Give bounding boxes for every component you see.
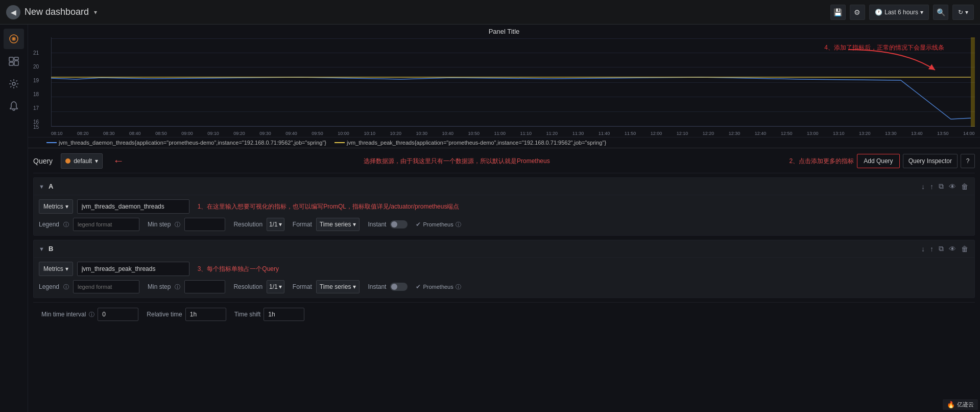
add-query-annotation: 2、点击添加更多的指标 <box>790 157 854 166</box>
svg-rect-4 <box>14 57 18 60</box>
hide-icon[interactable]: 👁 <box>948 181 957 192</box>
prometheus-label-b: Prometheus <box>423 284 453 290</box>
relative-time-field: Relative time <box>147 308 226 321</box>
legend-label-b: Legend <box>39 283 59 290</box>
topbar-right: 💾 ⚙ 🕐 Last 6 hours ▾ 🔍 ↻ ▾ <box>830 5 974 20</box>
instant-label-a: Instant <box>368 221 386 228</box>
min-time-interval-label: Min time interval <box>41 311 86 318</box>
metrics-dropdown-b[interactable]: Metrics ▾ <box>39 262 73 276</box>
topbar-left: ◀ New dashboard ▾ <box>6 5 97 19</box>
collapse-btn-b[interactable]: ▼ <box>39 246 44 252</box>
prometheus-badge-b: ✔ Prometheus ⓘ <box>416 283 461 291</box>
legend-label-peak: jvm_threads_peak_threads{application="pr… <box>347 140 606 146</box>
prometheus-label-a: Prometheus <box>423 221 453 227</box>
legend-input-a[interactable] <box>73 218 139 231</box>
metric-input-b[interactable] <box>77 262 189 276</box>
legend-input-b[interactable] <box>73 280 139 293</box>
delete-icon-b[interactable]: 🗑 <box>960 244 969 254</box>
prometheus-badge-a: ✔ Prometheus ⓘ <box>416 221 461 228</box>
sidebar-item-alerts[interactable] <box>4 96 24 117</box>
query-a-body: Metrics ▾ 1、在这里输入想要可视化的指标，也可以编写PromQL，指标… <box>34 195 974 235</box>
help-button[interactable]: ? <box>961 154 975 168</box>
watermark: 🔥 亿迹云 <box>943 399 978 410</box>
y-label-21: 21 <box>33 50 39 56</box>
query-header: Query default ▾ ← 选择数据源，由于我这里只有一个数据源，所以默… <box>33 148 975 173</box>
query-inspector-button[interactable]: Query Inspector <box>903 154 958 168</box>
time-shift-input[interactable] <box>264 308 304 321</box>
legend-info-icon-a[interactable]: ⓘ <box>63 221 69 228</box>
copy-icon-b[interactable]: ⧉ <box>938 243 945 254</box>
metrics-label-a: Metrics <box>43 203 63 210</box>
y-label-19: 19 <box>33 78 39 83</box>
sidebar-item-settings[interactable] <box>4 74 24 94</box>
move-up-icon[interactable]: ↑ <box>929 181 935 192</box>
query-id-a: A <box>49 182 53 190</box>
query-block-a: ▼ A ↓ ↑ ⧉ 👁 🗑 Metrics ▾ <box>33 177 975 236</box>
query-section: Query default ▾ ← 选择数据源，由于我这里只有一个数据源，所以默… <box>28 148 980 412</box>
chart-svg <box>51 37 971 127</box>
sidebar-item-dashboard[interactable] <box>4 51 24 72</box>
move-up-icon-b[interactable]: ↑ <box>929 244 935 254</box>
query-label: Query <box>33 157 53 165</box>
settings-button[interactable]: ⚙ <box>850 5 865 20</box>
time-shift-label: Time shift <box>234 311 261 318</box>
chart-container: 21 20 19 18 17 16 15 <box>33 37 975 137</box>
metric-annotation-b: 3、每个指标单独占一个Query <box>198 265 279 273</box>
dashboard-title: New dashboard <box>25 7 89 17</box>
time-range-label: Last 6 hours <box>885 9 918 16</box>
metric-input-a[interactable] <box>77 199 189 214</box>
datasource-selector[interactable]: default ▾ <box>61 153 103 169</box>
delete-icon-a[interactable]: 🗑 <box>960 181 969 192</box>
watermark-icon: 🔥 <box>947 401 955 408</box>
format-select-a[interactable]: Time series ▾ <box>316 218 360 231</box>
refresh-button[interactable]: ↻ ▾ <box>952 5 974 20</box>
sidebar-item-datasources[interactable] <box>4 29 24 49</box>
min-step-info-icon-b[interactable]: ⓘ <box>175 283 180 291</box>
instant-toggle-b[interactable] <box>390 283 408 291</box>
datasource-dot <box>65 158 70 164</box>
resolution-select-a[interactable]: 1/1 ▾ <box>267 218 284 231</box>
metrics-dropdown-a[interactable]: Metrics ▾ <box>39 199 73 214</box>
min-step-input-a[interactable] <box>184 218 225 231</box>
hide-icon-b[interactable]: 👁 <box>948 244 957 254</box>
svg-point-2 <box>13 38 15 40</box>
move-down-icon[interactable]: ↓ <box>920 181 926 192</box>
metrics-arrow-a: ▾ <box>65 203 68 210</box>
copy-icon[interactable]: ⧉ <box>938 181 945 192</box>
min-time-interval-info-icon[interactable]: ⓘ <box>89 311 94 318</box>
resolution-select-b[interactable]: 1/1 ▾ <box>267 280 284 293</box>
instant-toggle-a[interactable] <box>390 220 408 228</box>
prometheus-info-icon-b[interactable]: ⓘ <box>456 283 461 291</box>
y-label-20: 20 <box>33 64 39 70</box>
query-header-right: 2、点击添加更多的指标 Add Query Query Inspector ? <box>790 154 975 168</box>
save-button[interactable]: 💾 <box>830 5 846 20</box>
dashboard-dropdown-arrow[interactable]: ▾ <box>94 9 97 16</box>
prometheus-info-icon-a[interactable]: ⓘ <box>456 221 461 228</box>
query-block-b: ▼ B ↓ ↑ ⧉ 👁 🗑 Metrics ▾ <box>33 240 975 298</box>
format-select-b[interactable]: Time series ▾ <box>316 280 360 293</box>
collapse-btn-a[interactable]: ▼ <box>39 184 44 190</box>
min-step-input-b[interactable] <box>184 280 225 293</box>
add-query-button[interactable]: Add Query <box>857 154 899 168</box>
min-step-info-icon-a[interactable]: ⓘ <box>175 221 180 228</box>
refresh-icon: ↻ <box>958 9 963 16</box>
min-time-interval-input[interactable] <box>98 308 138 321</box>
time-range-button[interactable]: 🕐 Last 6 hours ▾ <box>869 5 929 20</box>
metrics-label-b: Metrics <box>43 265 63 272</box>
metric-annotation-a: 1、在这里输入想要可视化的指标，也可以编写PromQL，指标取值详见/actua… <box>198 202 460 211</box>
relative-time-input[interactable] <box>185 308 226 321</box>
bottom-bar: Min time interval ⓘ Relative time Time s… <box>33 302 975 326</box>
legend-info-icon-b[interactable]: ⓘ <box>63 283 69 291</box>
back-button[interactable]: ◀ <box>6 5 20 19</box>
chart-legend: jvm_threads_daemon_threads{application="… <box>28 137 980 148</box>
min-time-interval-field: Min time interval ⓘ <box>41 308 138 321</box>
format-value-a: Time series <box>320 221 351 228</box>
min-step-label-b: Min step <box>148 283 171 290</box>
query-b-body: Metrics ▾ 3、每个指标单独占一个Query Legend ⓘ Min … <box>34 258 974 297</box>
watermark-text: 亿迹云 <box>957 401 974 408</box>
query-b-actions: ↓ ↑ ⧉ 👁 🗑 <box>920 243 969 254</box>
legend-label-a: Legend <box>39 221 59 228</box>
move-down-icon-b[interactable]: ↓ <box>920 244 926 254</box>
svg-rect-3 <box>9 57 13 61</box>
search-button[interactable]: 🔍 <box>933 5 948 20</box>
